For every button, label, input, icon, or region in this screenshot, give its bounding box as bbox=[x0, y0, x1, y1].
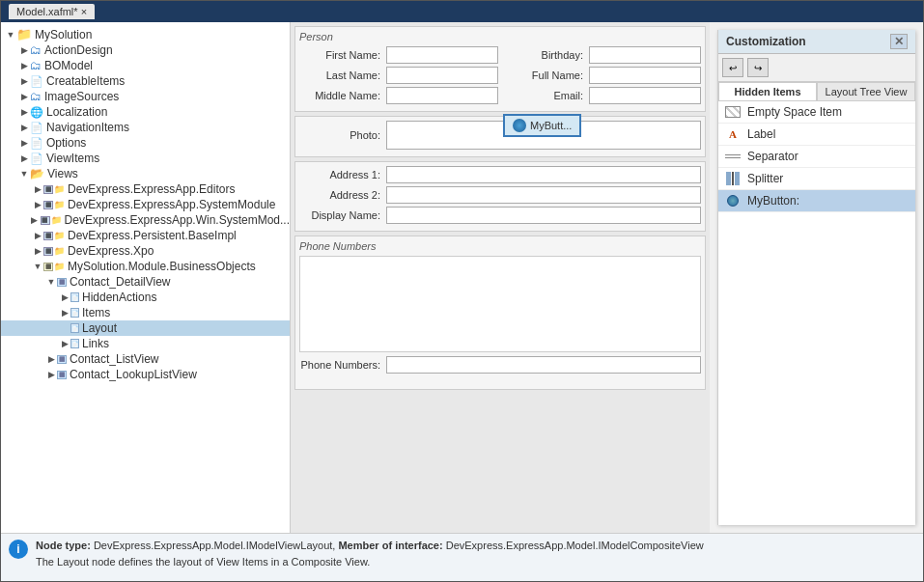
status-line1: Node type: DevExpress.ExpressApp.Model.I… bbox=[36, 538, 704, 554]
sidebar-item-MySolutionModule[interactable]: ▼▦📁MySolution.Module.BusinessObjects bbox=[1, 259, 290, 274]
fullname-row: Full Name: bbox=[502, 67, 701, 84]
birthday-input[interactable] bbox=[589, 46, 701, 64]
tree-expander-MySolutionModule[interactable]: ▼ bbox=[32, 261, 43, 272]
tree-expander-ActionDesign[interactable]: ▶ bbox=[18, 44, 30, 56]
customization-item-empty-space[interactable]: Empty Space Item bbox=[718, 101, 915, 124]
sidebar-item-Views[interactable]: ▼📂Views bbox=[1, 166, 290, 181]
tree-expander-DevExpressPersistent[interactable]: ▶ bbox=[32, 230, 43, 241]
sidebar-item-Localization[interactable]: ▶🌐Localization bbox=[1, 104, 290, 120]
sidebar-label-ViewItems: ViewItems bbox=[46, 152, 99, 165]
panel-tab-hidden[interactable]: Hidden Items bbox=[718, 82, 817, 100]
title-bar: Model.xafml* × bbox=[1, 1, 923, 22]
sidebar-item-BOModel[interactable]: ▶🗂BOModel bbox=[1, 58, 290, 73]
status-member-label: Member of interface: bbox=[338, 540, 442, 551]
tree-expander-DevExpressSystemModule[interactable]: ▶ bbox=[32, 199, 43, 210]
undo-button[interactable]: ↩ bbox=[722, 58, 743, 77]
tree-expander-CreatableItems[interactable]: ▶ bbox=[18, 75, 30, 87]
customization-item-splitter[interactable]: Splitter bbox=[718, 168, 915, 190]
sidebar-item-MySolution[interactable]: ▼📁MySolution bbox=[1, 26, 290, 42]
fullname-input[interactable] bbox=[589, 67, 701, 84]
status-member-value: DevExpress.ExpressApp.Model.IModelCompos… bbox=[446, 540, 704, 551]
sidebar-item-Options[interactable]: ▶📄Options bbox=[1, 135, 290, 151]
customization-item-label-splitter: Splitter bbox=[747, 172, 783, 185]
sidebar-label-DevExpressXpo: DevExpress.Xpo bbox=[68, 244, 154, 258]
splitter-icon bbox=[724, 171, 742, 186]
lastname-input[interactable] bbox=[386, 67, 498, 84]
birthday-row: Birthday: bbox=[502, 46, 701, 64]
sidebar-item-DevExpressEditors[interactable]: ▶▦📁DevExpress.ExpressApp.Editors bbox=[1, 181, 290, 197]
sidebar-label-Links: Links bbox=[82, 337, 109, 350]
main-area: ▼📁MySolution▶🗂ActionDesign▶🗂BOModel▶📄Cre… bbox=[1, 22, 923, 533]
tree-expander-Contact_DetailView[interactable]: ▼ bbox=[45, 276, 57, 288]
tree-expander-NavigationItems[interactable]: ▶ bbox=[18, 122, 30, 133]
displayname-input[interactable] bbox=[386, 207, 701, 224]
sidebar-item-CreatableItems[interactable]: ▶📄CreatableItems bbox=[1, 73, 290, 89]
sidebar-item-Links[interactable]: ▶📄Links bbox=[1, 336, 290, 351]
tree-expander-Contact_ListView[interactable]: ▶ bbox=[45, 353, 57, 365]
sidebar-item-Items[interactable]: ▶📄Items bbox=[1, 305, 290, 320]
tree-expander-Links[interactable]: ▶ bbox=[59, 338, 70, 349]
app-window: Model.xafml* × ▼📁MySolution▶🗂ActionDesig… bbox=[0, 0, 924, 582]
sidebar-item-Layout[interactable]: 📄Layout bbox=[1, 320, 290, 336]
tree-expander-Options[interactable]: ▶ bbox=[18, 137, 30, 149]
sidebar-item-Contact_DetailView[interactable]: ▼▦Contact_DetailView bbox=[1, 274, 290, 290]
sidebar-item-ViewItems[interactable]: ▶📄ViewItems bbox=[1, 151, 290, 166]
grid-folder-icon: ▦📁 bbox=[43, 246, 65, 256]
phone-list-area[interactable] bbox=[299, 256, 701, 352]
sidebar-item-HiddenActions[interactable]: ▶📄HiddenActions bbox=[1, 290, 290, 305]
panel-tab-tree[interactable]: Layout Tree View bbox=[817, 82, 915, 100]
phone-group-title: Phone Numbers bbox=[299, 240, 701, 252]
sidebar-item-DevExpressPersistent[interactable]: ▶▦📁DevExpress.Persistent.BaseImpl bbox=[1, 228, 290, 243]
tree-expander-DevExpressEditors[interactable]: ▶ bbox=[32, 183, 43, 195]
customization-item-label-separator: Separator bbox=[747, 150, 798, 163]
sidebar-item-Contact_LookupListView[interactable]: ▶▦Contact_LookupListView bbox=[1, 367, 290, 382]
redo-button[interactable]: ↪ bbox=[747, 58, 769, 77]
tree-expander-Items[interactable]: ▶ bbox=[59, 307, 70, 319]
page-icon: 📄 bbox=[30, 137, 43, 150]
tree-expander-DevExpressWinSysMod[interactable]: ▶ bbox=[29, 214, 41, 226]
sidebar-item-NavigationItems[interactable]: ▶📄NavigationItems bbox=[1, 120, 290, 135]
tree-expander-Contact_LookupListView[interactable]: ▶ bbox=[45, 369, 57, 380]
tree-expander-Localization[interactable]: ▶ bbox=[18, 106, 30, 118]
tree-expander-Views[interactable]: ▼ bbox=[18, 168, 30, 180]
tree-expander-MySolution[interactable]: ▼ bbox=[5, 29, 16, 41]
globe-icon: 🌐 bbox=[30, 106, 43, 119]
tree-expander-HiddenActions[interactable]: ▶ bbox=[59, 291, 70, 303]
sidebar-item-ActionDesign[interactable]: ▶🗂ActionDesign bbox=[1, 42, 290, 58]
sidebar-label-Items: Items bbox=[82, 306, 110, 319]
phonenumber-input[interactable] bbox=[386, 356, 701, 374]
phone-group: Phone Numbers Phone Numbers: bbox=[294, 236, 706, 390]
panel-close-button[interactable]: ✕ bbox=[890, 34, 908, 49]
title-tab[interactable]: Model.xafml* × bbox=[9, 4, 95, 19]
address2-input[interactable] bbox=[386, 186, 701, 204]
email-input[interactable] bbox=[589, 87, 701, 104]
grid-folder-icon: ▦📁 bbox=[43, 184, 65, 194]
sidebar-item-DevExpressWinSysMod[interactable]: ▶▦📁DevExpress.ExpressApp.Win.SystemMod..… bbox=[1, 212, 290, 228]
customization-item-separator[interactable]: Separator bbox=[718, 146, 915, 168]
grid-blue-icon: ▦ bbox=[57, 355, 67, 364]
firstname-input[interactable] bbox=[386, 46, 498, 64]
photo-group: Photo: bbox=[294, 116, 706, 157]
empty-space-icon bbox=[724, 104, 742, 120]
tree-expander-BOModel[interactable]: ▶ bbox=[18, 60, 30, 71]
page-icon: 📄 bbox=[30, 152, 43, 165]
middlename-input[interactable] bbox=[386, 87, 498, 104]
folder-blue-icon: 🗂 bbox=[30, 59, 42, 72]
tree-expander-DevExpressXpo[interactable]: ▶ bbox=[32, 245, 43, 257]
drag-button[interactable]: MyButt... bbox=[503, 114, 581, 137]
customization-item-label[interactable]: ALabel bbox=[718, 124, 915, 146]
sidebar-item-Contact_ListView[interactable]: ▶▦Contact_ListView bbox=[1, 351, 290, 367]
address1-input[interactable] bbox=[386, 166, 701, 183]
sidebar-item-ImageSources[interactable]: ▶🗂ImageSources bbox=[1, 89, 290, 104]
sidebar-item-DevExpressSystemModule[interactable]: ▶▦📁DevExpress.ExpressApp.SystemModule bbox=[1, 197, 290, 212]
sidebar-item-DevExpressXpo[interactable]: ▶▦📁DevExpress.Xpo bbox=[1, 243, 290, 259]
sidebar-label-Contact_DetailView: Contact_DetailView bbox=[70, 275, 171, 289]
tree-expander-ImageSources[interactable]: ▶ bbox=[18, 91, 30, 102]
customization-item-mybutton[interactable]: MyButton: bbox=[718, 190, 915, 212]
content-area: Person First Name: Last Name: bbox=[291, 22, 923, 533]
tree-expander-ViewItems[interactable]: ▶ bbox=[18, 152, 30, 164]
sidebar-label-ActionDesign: ActionDesign bbox=[44, 43, 113, 57]
tree-expander-empty bbox=[59, 322, 70, 334]
customization-panel: Customization ✕ ↩ ↪ Hidden ItemsLayout T… bbox=[717, 30, 915, 525]
drag-button-label: MyButt... bbox=[530, 120, 572, 131]
